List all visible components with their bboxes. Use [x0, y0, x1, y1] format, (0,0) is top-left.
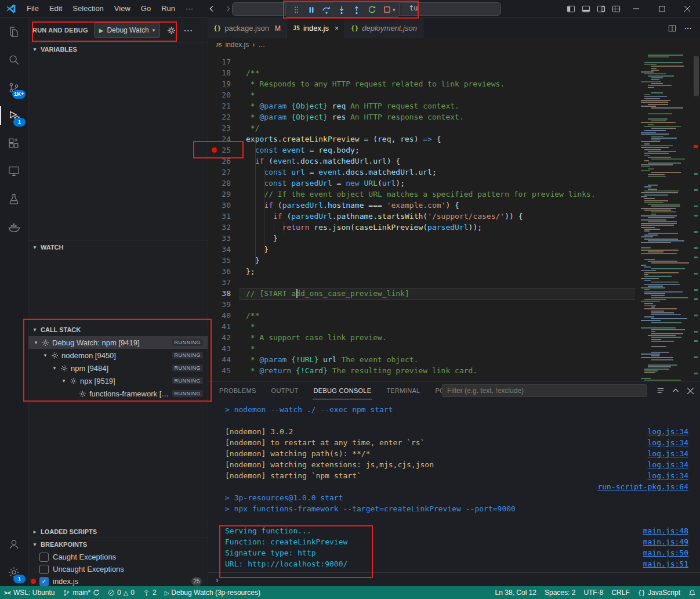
code-line-18[interactable]: 18/**: [208, 67, 635, 78]
line-number[interactable]: 41: [208, 321, 239, 332]
stop-dropdown-chevron-icon[interactable]: ▾: [393, 7, 396, 13]
minimize-button[interactable]: [623, 0, 649, 17]
sync-icon[interactable]: [93, 589, 100, 596]
code-line-36[interactable]: 36};: [208, 266, 635, 277]
console-source-link[interactable]: main.js:48: [643, 525, 688, 536]
panel-tab-terminal[interactable]: TERMINAL: [385, 382, 421, 399]
debug-restart-button[interactable]: [365, 3, 379, 16]
maximize-panel-icon[interactable]: [672, 387, 680, 395]
code-line-37[interactable]: 37: [208, 277, 635, 288]
activity-explorer-icon[interactable]: [0, 18, 28, 46]
line-number[interactable]: 33: [208, 233, 239, 244]
ports-item[interactable]: 2: [139, 586, 161, 599]
code-line-42[interactable]: 42 * A support case link preview.: [208, 332, 635, 343]
menu-go[interactable]: Go: [136, 2, 156, 15]
cursor-position-item[interactable]: Ln 38, Col 12: [491, 586, 541, 599]
editor-tab-deployment.json[interactable]: {}deployment.json: [345, 18, 423, 38]
menu-[interactable]: ···: [180, 2, 198, 15]
activity-search-icon[interactable]: [0, 46, 28, 74]
line-number[interactable]: 17: [208, 56, 239, 67]
breakpoint-dot-icon[interactable]: [212, 147, 217, 153]
breakpoint-row[interactable]: ✓index.js25: [28, 575, 208, 587]
menu-view[interactable]: View: [109, 2, 136, 15]
activity-testing-icon[interactable]: [0, 185, 28, 213]
console-source-link[interactable]: main.js:51: [643, 558, 688, 569]
activity-extensions-icon[interactable]: [0, 129, 28, 157]
eol-item[interactable]: CRLF: [607, 586, 633, 599]
console-source-link[interactable]: log.js:34: [648, 437, 688, 448]
debug-stop-button[interactable]: [380, 3, 394, 16]
activity-settings-icon[interactable]: 1: [0, 558, 28, 586]
line-number[interactable]: 45: [208, 365, 239, 376]
maximize-button[interactable]: [649, 0, 674, 17]
more-actions-icon[interactable]: ···: [184, 26, 193, 35]
close-window-button[interactable]: [674, 0, 700, 17]
line-number[interactable]: 29: [208, 189, 239, 200]
breakpoint-row[interactable]: Caught Exceptions: [28, 551, 208, 563]
editor-tab-index.js[interactable]: JSindex.js×: [287, 18, 345, 38]
clear-console-icon[interactable]: [657, 387, 665, 395]
indentation-item[interactable]: Spaces: 2: [541, 586, 579, 599]
breakpoint-checkbox[interactable]: [39, 565, 49, 574]
line-number[interactable]: 27: [208, 167, 239, 178]
breakpoint-checkbox[interactable]: ✓: [39, 577, 49, 586]
code-line-31[interactable]: 31 if (parsedUrl.pathname.startsWith('/s…: [208, 211, 635, 222]
minimap[interactable]: [639, 51, 692, 382]
code-line-39[interactable]: 39: [208, 299, 635, 310]
line-number[interactable]: 34: [208, 244, 239, 255]
line-number[interactable]: 40: [208, 310, 239, 321]
code-line-23[interactable]: 23 */: [208, 122, 635, 133]
console-source-link[interactable]: main.js:50: [643, 547, 688, 558]
panel-tab-debug-console[interactable]: DEBUG CONSOLE: [313, 382, 373, 399]
code-line-33[interactable]: 33 }: [208, 233, 635, 244]
code-line-35[interactable]: 35 }: [208, 255, 635, 266]
close-panel-icon[interactable]: [687, 387, 694, 395]
breakpoint-row[interactable]: Uncaught Exceptions: [28, 563, 208, 575]
code-editor[interactable]: 1718/**19 * Responds to any HTTP request…: [208, 51, 700, 382]
call-stack-section-header[interactable]: ▾ CALL STACK: [28, 323, 208, 336]
encoding-item[interactable]: UTF-8: [579, 586, 607, 599]
console-source-link[interactable]: log.js:34: [648, 470, 688, 481]
line-number[interactable]: 44: [208, 354, 239, 365]
line-number[interactable]: 30: [208, 200, 239, 211]
code-line-21[interactable]: 21 * @param {Object} req An HTTP request…: [208, 100, 635, 111]
panel-tab-problems[interactable]: PROBLEMS: [218, 382, 257, 399]
toggle-primary-sidebar-icon[interactable]: [563, 1, 578, 16]
customize-layout-icon[interactable]: [608, 1, 623, 16]
breadcrumb[interactable]: JS index.js › …: [208, 38, 700, 52]
breadcrumb-file[interactable]: index.js: [226, 41, 249, 49]
console-source-link[interactable]: run-script-pkg.js:64: [597, 481, 688, 492]
loaded-scripts-section-header[interactable]: ▸ LOADED SCRIPTS: [28, 525, 208, 538]
code-line-40[interactable]: 40/**: [208, 310, 635, 321]
debug-settings-gear-icon[interactable]: [167, 26, 176, 35]
breakpoint-checkbox[interactable]: [39, 553, 49, 562]
split-editor-icon[interactable]: [668, 24, 676, 33]
activity-accounts-icon[interactable]: [0, 531, 28, 558]
call-stack-session[interactable]: functions-framework [954...RUNNING: [28, 387, 208, 400]
line-number[interactable]: 20: [208, 89, 239, 100]
call-stack-session[interactable]: ▾nodemon [9450]RUNNING: [28, 349, 208, 362]
line-number[interactable]: 24: [208, 133, 239, 145]
nav-back-icon[interactable]: [208, 5, 216, 13]
editor-more-actions-icon[interactable]: ···: [684, 24, 692, 33]
line-number[interactable]: 32: [208, 222, 239, 233]
console-source-link[interactable]: log.js:34: [648, 448, 688, 459]
breadcrumb-more[interactable]: …: [258, 41, 265, 49]
activity-run-and-debug-icon[interactable]: 1: [0, 102, 28, 129]
line-number[interactable]: 42: [208, 332, 239, 343]
git-branch-item[interactable]: main*: [59, 586, 104, 599]
line-number[interactable]: 43: [208, 343, 239, 354]
code-line-45[interactable]: 45 * @return {!Card} The resulting previ…: [208, 365, 635, 376]
call-stack-session[interactable]: ▾npm [9484]RUNNING: [28, 362, 208, 374]
call-stack-session[interactable]: ▾npx [9519]RUNNING: [28, 374, 208, 387]
line-number[interactable]: 35: [208, 255, 239, 266]
remote-indicator[interactable]: >< WSL: Ubuntu: [0, 586, 59, 599]
debug-console-output[interactable]: > nodemon --watch ./ --exec npm start [n…: [208, 399, 700, 572]
problems-item[interactable]: 0 △ 0: [104, 586, 139, 599]
line-number[interactable]: 31: [208, 211, 239, 222]
console-source-link[interactable]: main.js:49: [643, 536, 688, 547]
console-source-link[interactable]: log.js:34: [648, 459, 688, 470]
debug-step-out-button[interactable]: [350, 3, 364, 16]
scrollbar-thumb[interactable]: [694, 56, 699, 96]
line-number[interactable]: 19: [208, 78, 239, 89]
